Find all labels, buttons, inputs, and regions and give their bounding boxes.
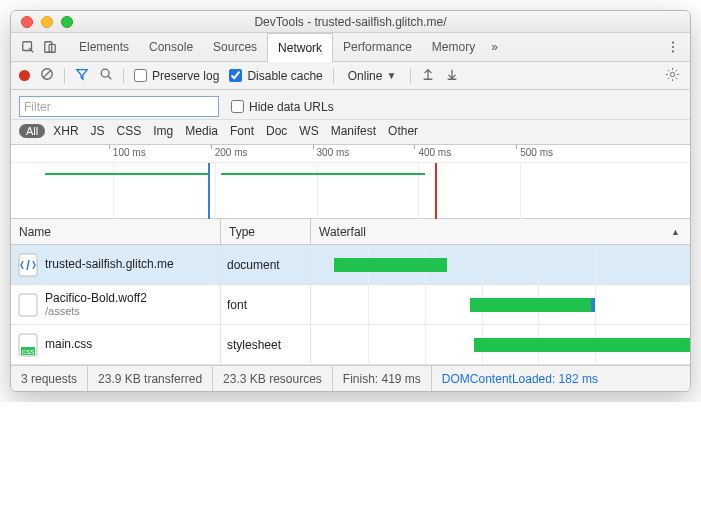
type-filter-font[interactable]: Font	[226, 124, 258, 138]
type-filter-manifest[interactable]: Manifest	[327, 124, 380, 138]
file-icon: CSS	[17, 332, 39, 358]
tick-label: 400 ms	[418, 147, 451, 158]
filter-toggle-icon[interactable]	[75, 67, 89, 84]
type-filter-media[interactable]: Media	[181, 124, 222, 138]
status-finish: Finish: 419 ms	[333, 366, 432, 391]
type-filter-ws[interactable]: WS	[295, 124, 322, 138]
type-filter-doc[interactable]: Doc	[262, 124, 291, 138]
har-import-icon[interactable]	[421, 67, 435, 84]
preserve-log-label: Preserve log	[152, 69, 219, 83]
cell-type: stylesheet	[221, 325, 311, 364]
tick-label: 300 ms	[317, 147, 350, 158]
waterfall-bar	[334, 258, 448, 272]
cell-waterfall	[311, 285, 690, 324]
minimize-icon[interactable]	[41, 16, 53, 28]
svg-point-5	[672, 50, 674, 52]
file-name: main.css	[45, 337, 92, 351]
tick-label: 500 ms	[520, 147, 553, 158]
devtools-menu-icon[interactable]	[664, 38, 682, 56]
col-waterfall[interactable]: Waterfall ▲	[311, 219, 690, 244]
cell-waterfall	[311, 325, 690, 364]
svg-text:CSS: CSS	[22, 349, 34, 355]
hide-data-urls-label: Hide data URLs	[249, 100, 334, 114]
table-row[interactable]: Pacifico-Bold.woff2/assetsfont	[11, 285, 690, 325]
type-filter-img[interactable]: Img	[149, 124, 177, 138]
cell-type: font	[221, 285, 311, 324]
zoom-icon[interactable]	[61, 16, 73, 28]
disable-cache-checkbox[interactable]: Disable cache	[229, 69, 322, 83]
waterfall-cap	[591, 298, 595, 312]
cell-name: trusted-sailfish.glitch.me	[11, 245, 221, 284]
col-name[interactable]: Name	[11, 219, 221, 244]
status-requests: 3 requests	[11, 366, 88, 391]
throttling-select[interactable]: Online ▼	[348, 69, 397, 83]
window-controls	[11, 16, 73, 28]
file-path: /assets	[45, 305, 147, 318]
tab-elements[interactable]: Elements	[69, 33, 139, 62]
hide-data-urls-checkbox[interactable]: Hide data URLs	[231, 100, 334, 114]
svg-point-7	[101, 69, 109, 77]
type-filter-css[interactable]: CSS	[113, 124, 146, 138]
status-resources: 23.3 KB resources	[213, 366, 333, 391]
svg-point-8	[670, 72, 674, 76]
type-filter-other[interactable]: Other	[384, 124, 422, 138]
tab-network[interactable]: Network	[267, 33, 333, 62]
filter-input[interactable]	[19, 96, 219, 117]
har-export-icon[interactable]	[445, 67, 459, 84]
cell-type: document	[221, 245, 311, 284]
file-name: Pacifico-Bold.woff2	[45, 291, 147, 305]
file-icon	[17, 252, 39, 278]
network-toolbar: Preserve log Disable cache Online ▼	[11, 62, 690, 90]
waterfall-bar	[474, 338, 690, 352]
overview-body	[11, 163, 690, 219]
tab-console[interactable]: Console	[139, 33, 203, 62]
cell-waterfall	[311, 245, 690, 284]
file-icon	[17, 292, 39, 318]
status-transferred: 23.9 KB transferred	[88, 366, 213, 391]
svg-rect-10	[19, 294, 37, 316]
device-toggle-icon[interactable]	[39, 36, 61, 58]
tab-sources[interactable]: Sources	[203, 33, 267, 62]
waterfall-bar	[470, 298, 591, 312]
timeline-overview[interactable]: 100 ms 200 ms 300 ms 400 ms 500 ms	[11, 145, 690, 219]
panel-tabs: Elements Console Sources Network Perform…	[11, 33, 690, 62]
throttling-value: Online	[348, 69, 383, 83]
close-icon[interactable]	[21, 16, 33, 28]
tick-label: 200 ms	[215, 147, 248, 158]
type-filter-xhr[interactable]: XHR	[49, 124, 82, 138]
type-filter-js[interactable]: JS	[87, 124, 109, 138]
col-type[interactable]: Type	[221, 219, 311, 244]
svg-rect-1	[45, 42, 52, 53]
record-button[interactable]	[19, 70, 30, 81]
inspect-icon[interactable]	[17, 36, 39, 58]
table-row[interactable]: trusted-sailfish.glitch.medocument	[11, 245, 690, 285]
overview-load-marker	[435, 163, 437, 219]
tick-row: 100 ms 200 ms 300 ms 400 ms 500 ms	[11, 145, 690, 163]
svg-point-3	[672, 42, 674, 44]
network-settings-icon[interactable]	[665, 67, 680, 85]
tab-performance[interactable]: Performance	[333, 33, 422, 62]
tab-list: Elements Console Sources Network Perform…	[69, 33, 485, 62]
type-filter-row: All XHR JS CSS Img Media Font Doc WS Man…	[11, 120, 690, 145]
status-bar: 3 requests 23.9 KB transferred 23.3 KB r…	[11, 365, 690, 391]
table-row[interactable]: CSSmain.cssstylesheet	[11, 325, 690, 365]
clear-button[interactable]	[40, 67, 54, 84]
hide-data-urls-input[interactable]	[231, 100, 244, 113]
window-title: DevTools - trusted-sailfish.glitch.me/	[11, 15, 690, 29]
overview-bar	[45, 173, 208, 175]
cell-name: CSSmain.css	[11, 325, 221, 364]
request-table-header: Name Type Waterfall ▲	[11, 219, 690, 245]
sort-asc-icon: ▲	[671, 227, 680, 237]
request-table-body: trusted-sailfish.glitch.medocumentPacifi…	[11, 245, 690, 365]
tab-memory[interactable]: Memory	[422, 33, 485, 62]
overview-bar	[221, 173, 425, 175]
preserve-log-input[interactable]	[134, 69, 147, 82]
type-filter-all[interactable]: All	[19, 124, 45, 138]
overview-cursor[interactable]	[208, 163, 210, 219]
file-name: trusted-sailfish.glitch.me	[45, 257, 174, 271]
disable-cache-input[interactable]	[229, 69, 242, 82]
search-icon[interactable]	[99, 67, 113, 84]
filter-bar: Hide data URLs	[11, 90, 690, 120]
more-tabs-button[interactable]: »	[491, 40, 498, 54]
preserve-log-checkbox[interactable]: Preserve log	[134, 69, 219, 83]
